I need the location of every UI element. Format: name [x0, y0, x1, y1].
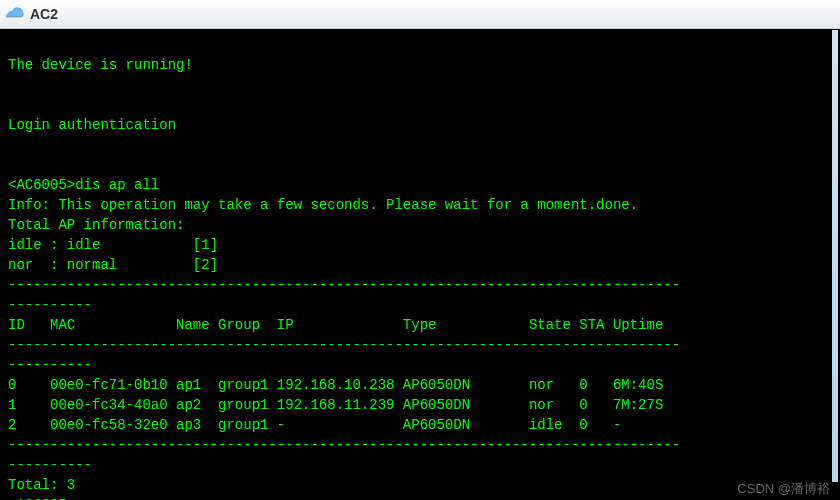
window-title: AC2 — [30, 6, 58, 22]
login-auth-line: Login authentication — [8, 117, 176, 133]
legend-idle: idle : idle [1] — [8, 237, 218, 253]
divider: ----------------------------------------… — [8, 277, 680, 293]
legend-nor: nor : normal [2] — [8, 257, 218, 273]
watermark: CSDN @潘博裕 — [737, 480, 830, 498]
info-line: Info: This operation may take a few seco… — [8, 197, 638, 213]
table-row: 2 00e0-fc58-32e0 ap3 group1 - AP6050DN i… — [8, 417, 621, 433]
scrollbar-track[interactable] — [832, 30, 838, 482]
prompt-command: <AC6005>dis ap all — [8, 177, 159, 193]
table-row: 0 00e0-fc71-0b10 ap1 group1 192.168.10.2… — [8, 377, 663, 393]
app-icon — [6, 7, 24, 21]
divider: ---------- — [8, 457, 92, 473]
table-header: ID MAC Name Group IP Type State STA Upti… — [8, 317, 663, 333]
table-row: 1 00e0-fc34-40a0 ap2 group1 192.168.11.2… — [8, 397, 663, 413]
divider: ----------------------------------------… — [8, 437, 680, 453]
titlebar[interactable]: AC2 — [0, 0, 840, 29]
terminal-output[interactable]: The device is running! Login authenticat… — [0, 29, 840, 500]
terminal-window: AC2 The device is running! Login authent… — [0, 0, 840, 500]
total-line: Total: 3 — [8, 477, 75, 493]
divider: ---------- — [8, 357, 92, 373]
divider: ----------------------------------------… — [8, 337, 680, 353]
total-ap-info: Total AP information: — [8, 217, 184, 233]
divider: ---------- — [8, 297, 92, 313]
status-line: The device is running! — [8, 57, 193, 73]
